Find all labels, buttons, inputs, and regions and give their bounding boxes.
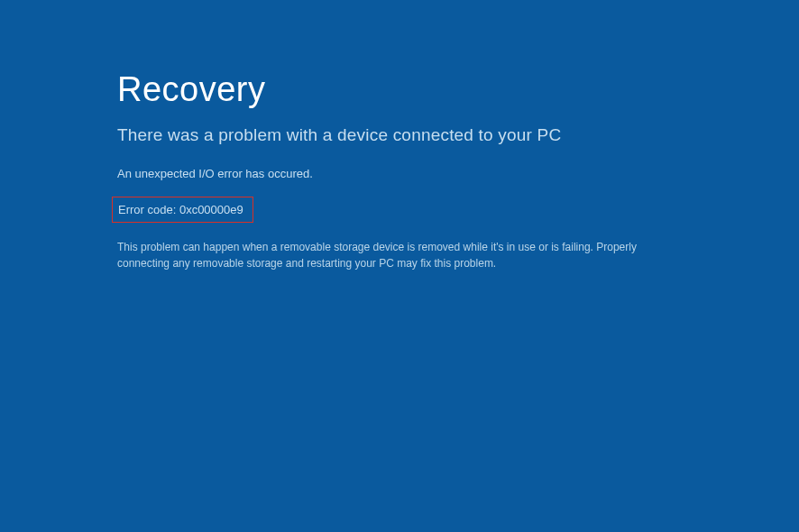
error-description: This problem can happen when a removable… xyxy=(117,239,676,271)
recovery-screen: Recovery There was a problem with a devi… xyxy=(0,0,799,271)
error-subtitle: There was a problem with a device connec… xyxy=(117,125,682,145)
error-code-highlight: Error code: 0xc00000e9 xyxy=(112,197,253,223)
page-title: Recovery xyxy=(117,70,682,109)
error-message: An unexpected I/O error has occured. xyxy=(117,167,682,180)
error-code: Error code: 0xc00000e9 xyxy=(118,203,243,216)
